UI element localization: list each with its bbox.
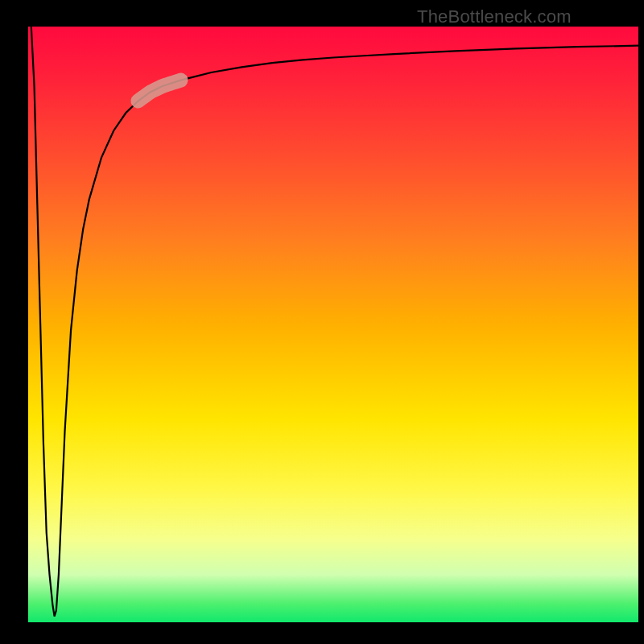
bottleneck-curve (31, 27, 638, 617)
chart-stage: TheBottleneck.com (0, 0, 644, 644)
curve-layer (0, 0, 644, 644)
highlight-segment (138, 80, 180, 101)
